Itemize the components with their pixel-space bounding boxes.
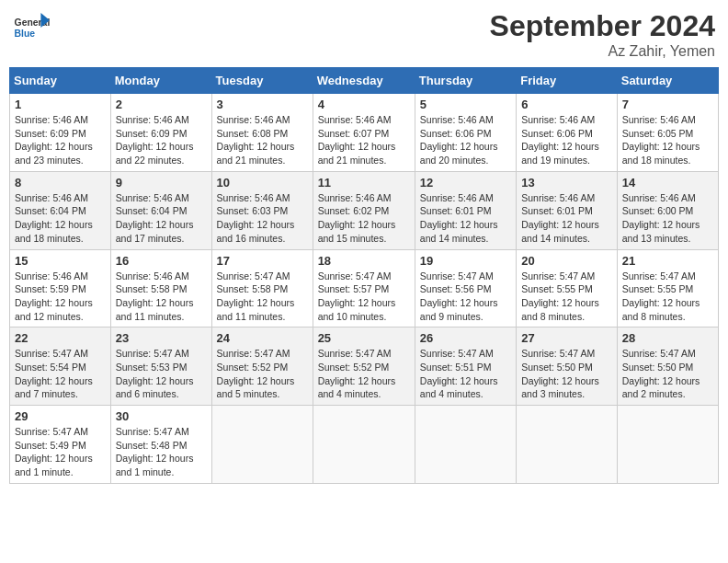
table-row bbox=[211, 406, 313, 484]
day-info: Sunrise: 5:46 AM Sunset: 6:07 PM Dayligh… bbox=[318, 113, 410, 167]
table-row: 1 Sunrise: 5:46 AM Sunset: 6:09 PM Dayli… bbox=[10, 94, 111, 172]
day-info: Sunrise: 5:47 AM Sunset: 5:49 PM Dayligh… bbox=[15, 425, 106, 479]
day-info: Sunrise: 5:46 AM Sunset: 6:05 PM Dayligh… bbox=[622, 113, 713, 167]
day-info: Sunrise: 5:47 AM Sunset: 5:55 PM Dayligh… bbox=[622, 270, 713, 324]
day-info: Sunrise: 5:47 AM Sunset: 5:54 PM Dayligh… bbox=[15, 347, 106, 401]
day-info: Sunrise: 5:46 AM Sunset: 6:01 PM Dayligh… bbox=[420, 191, 511, 246]
page-header: General Blue September 2024 Az Zahir, Ye… bbox=[9, 9, 719, 60]
col-saturday: Saturday bbox=[617, 68, 718, 94]
table-row: 20 Sunrise: 5:47 AM Sunset: 5:55 PM Dayl… bbox=[517, 249, 618, 327]
table-row: 24 Sunrise: 5:47 AM Sunset: 5:52 PM Dayl… bbox=[211, 327, 313, 406]
table-row: 7 Sunrise: 5:46 AM Sunset: 6:05 PM Dayli… bbox=[617, 94, 718, 172]
day-number: 7 bbox=[622, 98, 713, 111]
table-row: 29 Sunrise: 5:47 AM Sunset: 5:49 PM Dayl… bbox=[10, 406, 111, 484]
table-row: 4 Sunrise: 5:46 AM Sunset: 6:07 PM Dayli… bbox=[313, 94, 415, 172]
day-number: 20 bbox=[521, 254, 612, 268]
day-info: Sunrise: 5:47 AM Sunset: 5:57 PM Dayligh… bbox=[318, 270, 410, 324]
day-number: 5 bbox=[420, 98, 511, 111]
day-number: 30 bbox=[116, 409, 207, 423]
table-row: 28 Sunrise: 5:47 AM Sunset: 5:50 PM Dayl… bbox=[617, 327, 718, 406]
table-row: 19 Sunrise: 5:47 AM Sunset: 5:56 PM Dayl… bbox=[415, 249, 516, 327]
day-number: 23 bbox=[116, 331, 207, 345]
table-row: 3 Sunrise: 5:46 AM Sunset: 6:08 PM Dayli… bbox=[211, 94, 313, 172]
day-info: Sunrise: 5:47 AM Sunset: 5:58 PM Dayligh… bbox=[217, 270, 308, 324]
day-info: Sunrise: 5:46 AM Sunset: 6:03 PM Dayligh… bbox=[217, 191, 308, 246]
day-number: 13 bbox=[521, 176, 612, 190]
day-info: Sunrise: 5:46 AM Sunset: 5:59 PM Dayligh… bbox=[15, 270, 106, 324]
table-row: 21 Sunrise: 5:47 AM Sunset: 5:55 PM Dayl… bbox=[617, 249, 718, 327]
day-info: Sunrise: 5:47 AM Sunset: 5:53 PM Dayligh… bbox=[116, 347, 207, 401]
col-friday: Friday bbox=[517, 68, 618, 94]
table-row: 8 Sunrise: 5:46 AM Sunset: 6:04 PM Dayli… bbox=[10, 171, 111, 249]
table-row: 15 Sunrise: 5:46 AM Sunset: 5:59 PM Dayl… bbox=[10, 249, 111, 327]
day-info: Sunrise: 5:47 AM Sunset: 5:48 PM Dayligh… bbox=[116, 425, 207, 479]
table-row: 17 Sunrise: 5:47 AM Sunset: 5:58 PM Dayl… bbox=[211, 249, 313, 327]
table-row: 26 Sunrise: 5:47 AM Sunset: 5:51 PM Dayl… bbox=[415, 327, 516, 406]
location: Az Zahir, Yemen bbox=[490, 43, 715, 60]
calendar-table: Sunday Monday Tuesday Wednesday Thursday… bbox=[9, 67, 719, 484]
table-row: 30 Sunrise: 5:47 AM Sunset: 5:48 PM Dayl… bbox=[110, 406, 211, 484]
day-number: 27 bbox=[521, 331, 612, 345]
col-wednesday: Wednesday bbox=[313, 68, 415, 94]
table-row: 2 Sunrise: 5:46 AM Sunset: 6:09 PM Dayli… bbox=[110, 94, 211, 172]
day-number: 4 bbox=[318, 98, 410, 111]
day-number: 24 bbox=[217, 331, 308, 345]
day-info: Sunrise: 5:46 AM Sunset: 6:06 PM Dayligh… bbox=[521, 113, 612, 167]
day-number: 28 bbox=[622, 331, 713, 345]
table-row: 25 Sunrise: 5:47 AM Sunset: 5:52 PM Dayl… bbox=[313, 327, 415, 406]
day-info: Sunrise: 5:47 AM Sunset: 5:52 PM Dayligh… bbox=[318, 347, 410, 401]
table-row: 27 Sunrise: 5:47 AM Sunset: 5:50 PM Dayl… bbox=[517, 327, 618, 406]
day-info: Sunrise: 5:46 AM Sunset: 6:08 PM Dayligh… bbox=[217, 113, 308, 167]
table-row bbox=[415, 406, 516, 484]
day-info: Sunrise: 5:46 AM Sunset: 6:02 PM Dayligh… bbox=[318, 191, 410, 246]
day-info: Sunrise: 5:47 AM Sunset: 5:56 PM Dayligh… bbox=[420, 270, 511, 324]
day-number: 14 bbox=[622, 176, 713, 190]
table-row: 11 Sunrise: 5:46 AM Sunset: 6:02 PM Dayl… bbox=[313, 171, 415, 249]
table-row: 14 Sunrise: 5:46 AM Sunset: 6:00 PM Dayl… bbox=[617, 171, 718, 249]
table-row: 12 Sunrise: 5:46 AM Sunset: 6:01 PM Dayl… bbox=[415, 171, 516, 249]
table-row bbox=[313, 406, 415, 484]
table-row: 22 Sunrise: 5:47 AM Sunset: 5:54 PM Dayl… bbox=[10, 327, 111, 406]
day-info: Sunrise: 5:47 AM Sunset: 5:52 PM Dayligh… bbox=[217, 347, 308, 401]
day-info: Sunrise: 5:46 AM Sunset: 6:04 PM Dayligh… bbox=[116, 191, 207, 246]
table-row bbox=[517, 406, 618, 484]
day-number: 9 bbox=[116, 176, 207, 190]
table-row: 18 Sunrise: 5:47 AM Sunset: 5:57 PM Dayl… bbox=[313, 249, 415, 327]
day-info: Sunrise: 5:46 AM Sunset: 6:04 PM Dayligh… bbox=[15, 191, 106, 246]
day-number: 22 bbox=[15, 331, 106, 345]
day-number: 15 bbox=[15, 254, 106, 268]
day-number: 21 bbox=[622, 254, 713, 268]
day-number: 17 bbox=[217, 254, 308, 268]
logo-icon: General Blue bbox=[13, 9, 50, 46]
table-row: 6 Sunrise: 5:46 AM Sunset: 6:06 PM Dayli… bbox=[517, 94, 618, 172]
col-sunday: Sunday bbox=[10, 68, 111, 94]
day-info: Sunrise: 5:47 AM Sunset: 5:51 PM Dayligh… bbox=[420, 347, 511, 401]
day-number: 29 bbox=[15, 409, 106, 423]
day-info: Sunrise: 5:46 AM Sunset: 6:09 PM Dayligh… bbox=[116, 113, 207, 167]
col-monday: Monday bbox=[110, 68, 211, 94]
day-number: 8 bbox=[15, 176, 106, 190]
day-number: 18 bbox=[318, 254, 410, 268]
col-thursday: Thursday bbox=[415, 68, 516, 94]
day-info: Sunrise: 5:46 AM Sunset: 6:09 PM Dayligh… bbox=[15, 113, 106, 167]
table-row: 9 Sunrise: 5:46 AM Sunset: 6:04 PM Dayli… bbox=[110, 171, 211, 249]
day-info: Sunrise: 5:47 AM Sunset: 5:50 PM Dayligh… bbox=[622, 347, 713, 401]
title-block: September 2024 Az Zahir, Yemen bbox=[490, 9, 715, 60]
table-row bbox=[617, 406, 718, 484]
svg-text:Blue: Blue bbox=[15, 29, 36, 39]
day-number: 12 bbox=[420, 176, 511, 190]
table-row: 13 Sunrise: 5:46 AM Sunset: 6:01 PM Dayl… bbox=[517, 171, 618, 249]
day-number: 25 bbox=[318, 331, 410, 345]
day-number: 19 bbox=[420, 254, 511, 268]
day-number: 26 bbox=[420, 331, 511, 345]
day-number: 10 bbox=[217, 176, 308, 190]
day-info: Sunrise: 5:47 AM Sunset: 5:50 PM Dayligh… bbox=[521, 347, 612, 401]
day-number: 3 bbox=[217, 98, 308, 111]
day-info: Sunrise: 5:47 AM Sunset: 5:55 PM Dayligh… bbox=[521, 270, 612, 324]
day-number: 1 bbox=[15, 98, 106, 111]
day-info: Sunrise: 5:46 AM Sunset: 6:01 PM Dayligh… bbox=[521, 191, 612, 246]
table-row: 10 Sunrise: 5:46 AM Sunset: 6:03 PM Dayl… bbox=[211, 171, 313, 249]
table-row: 16 Sunrise: 5:46 AM Sunset: 5:58 PM Dayl… bbox=[110, 249, 211, 327]
day-number: 2 bbox=[116, 98, 207, 111]
logo: General Blue bbox=[13, 9, 53, 46]
